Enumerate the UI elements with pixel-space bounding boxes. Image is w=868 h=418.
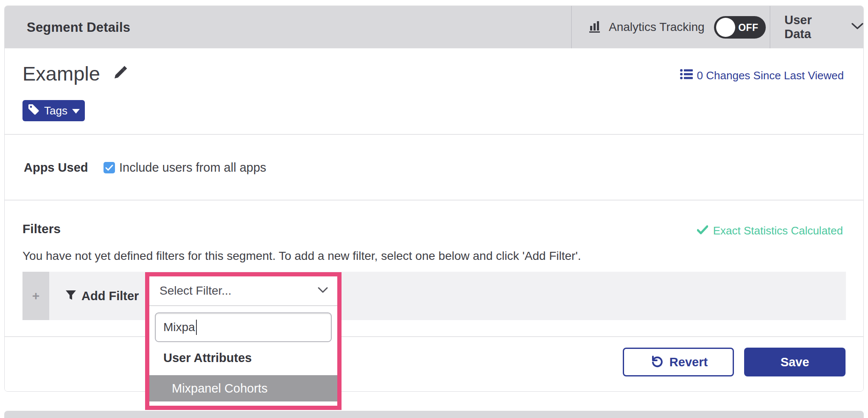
add-filter-label-group: Add Filter xyxy=(65,272,139,320)
filter-search-input[interactable]: Mixpa xyxy=(155,312,332,342)
save-button[interactable]: Save xyxy=(744,348,846,376)
filter-select[interactable]: Select Filter... xyxy=(149,276,337,306)
actions-section: Revert Save xyxy=(5,336,863,392)
check-icon xyxy=(697,224,708,237)
toggle-knob xyxy=(716,18,735,37)
pencil-icon[interactable] xyxy=(111,64,129,84)
next-section-peek-bar xyxy=(4,411,864,418)
segment-details-card: Segment Details Analytics Tracking OFF U… xyxy=(4,6,864,392)
segment-name-row: Example xyxy=(22,62,129,85)
analytics-tracking-label: Analytics Tracking xyxy=(609,20,705,34)
revert-button[interactable]: Revert xyxy=(623,348,734,376)
changes-since-last-viewed-link[interactable]: 0 Changes Since Last Viewed xyxy=(680,69,844,83)
filters-description: You have not yet defined filters for thi… xyxy=(22,249,581,263)
dropdown-group-label: User Attributes xyxy=(163,351,252,365)
checkbox-check-icon xyxy=(105,164,113,171)
analytics-tracking-toggle[interactable]: OFF xyxy=(714,16,766,39)
bar-chart-icon xyxy=(589,20,603,34)
dropdown-option-mixpanel-cohorts[interactable]: Mixpanel Cohorts xyxy=(149,375,337,401)
segment-name: Example xyxy=(22,62,100,85)
analytics-tracking-control: Analytics Tracking OFF xyxy=(589,6,766,48)
filters-heading: Filters xyxy=(22,222,61,236)
save-button-label: Save xyxy=(781,355,809,369)
topbar-divider xyxy=(571,6,572,48)
tags-button-label: Tags xyxy=(44,104,67,117)
filters-section: Filters Exact Statistics Calculated You … xyxy=(5,200,863,336)
chevron-down-icon xyxy=(318,287,328,295)
caret-down-icon xyxy=(72,109,80,114)
top-bar: Segment Details Analytics Tracking OFF U… xyxy=(5,6,863,48)
include-all-apps-label: Include users from all apps xyxy=(119,161,266,175)
apps-used-row: Apps Used Include users from all apps xyxy=(24,135,266,201)
include-all-apps-checkbox[interactable] xyxy=(104,162,115,173)
segment-name-section: Example 0 Changes Since Last Viewed Tags xyxy=(5,48,863,134)
filter-funnel-icon xyxy=(65,290,76,302)
undo-icon xyxy=(649,354,663,371)
segment-details-page: Segment Details Analytics Tracking OFF U… xyxy=(0,0,868,418)
user-data-label: User Data xyxy=(784,13,840,41)
topbar-divider xyxy=(770,6,770,48)
add-filter-label: Add Filter xyxy=(81,289,139,303)
toggle-state-label: OFF xyxy=(738,22,759,33)
apps-used-section: Apps Used Include users from all apps xyxy=(5,134,863,200)
text-cursor xyxy=(196,320,197,335)
annotation-highlight-box: Select Filter... Mixpa User Attributes M… xyxy=(145,272,342,410)
filter-dropdown-panel: Mixpa User Attributes Mixpanel Cohorts xyxy=(149,306,337,406)
changes-link-label: 0 Changes Since Last Viewed xyxy=(697,69,844,82)
add-filter-plus-button[interactable]: + xyxy=(22,272,49,320)
filter-select-placeholder: Select Filter... xyxy=(160,284,232,298)
page-title: Segment Details xyxy=(27,20,130,35)
tags-button[interactable]: Tags xyxy=(22,100,85,121)
tag-icon xyxy=(28,103,39,118)
apps-used-label: Apps Used xyxy=(24,161,104,175)
plus-icon: + xyxy=(32,289,40,303)
revert-button-label: Revert xyxy=(669,355,708,369)
exact-statistics-status: Exact Statistics Calculated xyxy=(697,224,843,237)
chevron-down-icon xyxy=(851,22,863,32)
exact-statistics-label: Exact Statistics Calculated xyxy=(713,224,843,237)
filter-search-value: Mixpa xyxy=(163,320,195,334)
list-icon xyxy=(680,69,693,83)
user-data-dropdown[interactable]: User Data xyxy=(784,6,863,48)
